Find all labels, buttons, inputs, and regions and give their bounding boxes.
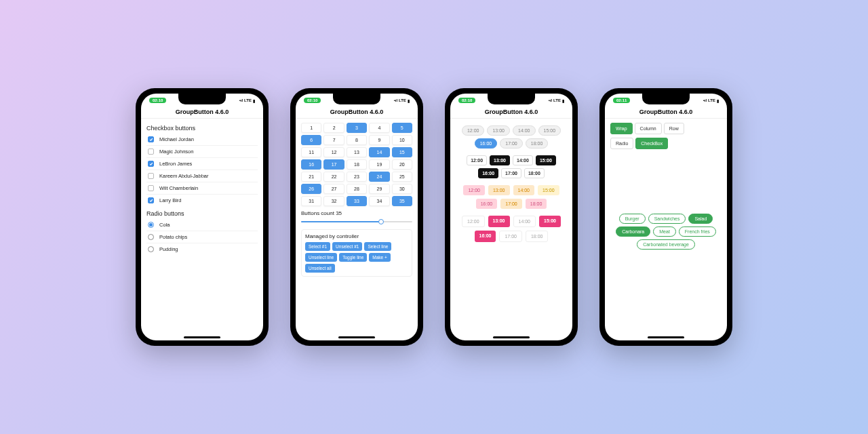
- food-pill[interactable]: Carbonara: [616, 226, 650, 237]
- time-tag[interactable]: 17:00: [500, 199, 522, 209]
- time-button[interactable]: 12:00: [467, 155, 487, 165]
- number-button[interactable]: 15: [392, 147, 412, 157]
- time-tag[interactable]: 17:00: [499, 231, 522, 242]
- time-tag[interactable]: 12:00: [463, 185, 485, 195]
- time-tag[interactable]: 14:00: [513, 185, 535, 195]
- home-indicator[interactable]: [493, 336, 530, 338]
- home-indicator[interactable]: [184, 336, 220, 338]
- controller-button[interactable]: Select #1: [305, 242, 330, 251]
- number-button[interactable]: 24: [369, 172, 389, 182]
- checkbox-icon[interactable]: [148, 149, 154, 155]
- number-button[interactable]: 19: [369, 159, 389, 170]
- number-button[interactable]: 18: [347, 159, 367, 170]
- home-indicator[interactable]: [648, 336, 684, 338]
- number-button[interactable]: 1: [301, 123, 321, 133]
- checkbox-icon[interactable]: [148, 185, 154, 191]
- number-button[interactable]: 29: [369, 184, 389, 194]
- time-tag[interactable]: 18:00: [526, 199, 547, 209]
- number-button[interactable]: 22: [323, 172, 344, 182]
- time-tag[interactable]: 15:00: [539, 216, 561, 227]
- number-button[interactable]: 32: [323, 196, 344, 206]
- controller-button[interactable]: Select line: [364, 242, 391, 251]
- number-button[interactable]: 17: [323, 159, 344, 170]
- segment-button[interactable]: Radio: [610, 138, 633, 149]
- time-chip[interactable]: 16:00: [475, 138, 498, 149]
- radio-row[interactable]: Cola: [146, 219, 258, 231]
- number-button[interactable]: 33: [347, 196, 367, 206]
- time-tag[interactable]: 14:00: [513, 216, 536, 227]
- checkbox-row[interactable]: Larry Bird: [146, 195, 258, 206]
- number-button[interactable]: 20: [392, 159, 412, 170]
- checkbox-icon[interactable]: [148, 173, 154, 179]
- number-button[interactable]: 13: [347, 147, 367, 157]
- time-tag[interactable]: 16:00: [475, 231, 496, 242]
- time-chip[interactable]: 14:00: [513, 125, 536, 136]
- number-button[interactable]: 21: [301, 172, 321, 182]
- number-button[interactable]: 27: [323, 184, 344, 194]
- time-tag[interactable]: 18:00: [526, 231, 549, 242]
- food-pill[interactable]: French fries: [679, 226, 716, 237]
- number-button[interactable]: 9: [369, 135, 389, 145]
- radio-row[interactable]: Potato chips: [146, 231, 258, 243]
- food-pill[interactable]: Sandwiches: [648, 214, 686, 224]
- food-pill[interactable]: Meat: [653, 226, 676, 237]
- number-button[interactable]: 16: [301, 159, 321, 170]
- time-button[interactable]: 14:00: [513, 155, 533, 165]
- checkbox-row[interactable]: Magic Johnson: [146, 146, 258, 158]
- number-button[interactable]: 4: [369, 123, 389, 133]
- number-button[interactable]: 10: [392, 135, 412, 145]
- number-button[interactable]: 3: [347, 123, 367, 133]
- segment-button[interactable]: Column: [635, 123, 662, 134]
- segment-button[interactable]: CheckBox: [635, 138, 668, 149]
- time-chip[interactable]: 13:00: [487, 125, 510, 136]
- controller-button[interactable]: Make +: [369, 253, 391, 262]
- time-button[interactable]: 18:00: [524, 168, 545, 178]
- time-tag[interactable]: 13:00: [488, 185, 510, 195]
- radio-row[interactable]: Pudding: [146, 243, 258, 255]
- controller-button[interactable]: Toggle line: [339, 253, 367, 262]
- number-button[interactable]: 23: [347, 172, 367, 182]
- time-button[interactable]: 15:00: [536, 155, 556, 165]
- time-chip[interactable]: 17:00: [500, 138, 523, 149]
- controller-button[interactable]: Unselect all: [305, 264, 335, 273]
- number-button[interactable]: 25: [392, 172, 412, 182]
- number-button[interactable]: 5: [392, 123, 412, 133]
- number-button[interactable]: 14: [369, 147, 389, 157]
- food-pill[interactable]: Carbonated beverage: [637, 239, 695, 250]
- segment-button[interactable]: Row: [664, 123, 684, 134]
- time-tag[interactable]: 16:00: [476, 199, 498, 209]
- time-chip[interactable]: 15:00: [538, 125, 561, 136]
- radio-icon[interactable]: [148, 246, 154, 252]
- buttons-count-slider[interactable]: [301, 218, 412, 225]
- number-button[interactable]: 7: [323, 135, 344, 145]
- radio-icon[interactable]: [148, 222, 154, 228]
- food-pill[interactable]: Salad: [688, 214, 713, 224]
- time-chip[interactable]: 18:00: [526, 138, 549, 149]
- controller-button[interactable]: Unselect #1: [332, 242, 362, 251]
- number-button[interactable]: 11: [301, 147, 321, 157]
- number-button[interactable]: 2: [323, 123, 344, 133]
- number-button[interactable]: 35: [392, 196, 412, 206]
- food-pill[interactable]: Burger: [619, 214, 646, 224]
- checkbox-row[interactable]: LeBron James: [146, 158, 258, 170]
- time-button[interactable]: 17:00: [501, 168, 521, 178]
- time-chip[interactable]: 12:00: [462, 125, 485, 136]
- time-button[interactable]: 13:00: [490, 155, 510, 165]
- time-tag[interactable]: 13:00: [488, 216, 510, 227]
- controller-button[interactable]: Unselect line: [305, 253, 337, 262]
- number-button[interactable]: 12: [323, 147, 344, 157]
- radio-icon[interactable]: [148, 234, 154, 240]
- checkbox-row[interactable]: Wilt Chamberlain: [146, 182, 258, 195]
- number-button[interactable]: 30: [392, 184, 412, 194]
- checkbox-icon[interactable]: [148, 161, 154, 167]
- number-button[interactable]: 28: [347, 184, 367, 194]
- checkbox-row[interactable]: Kareem Abdul-Jabbar: [146, 170, 258, 182]
- checkbox-row[interactable]: Michael Jordan: [146, 134, 258, 146]
- time-button[interactable]: 16:00: [478, 168, 498, 178]
- time-tag[interactable]: 15:00: [538, 185, 559, 195]
- checkbox-icon[interactable]: [148, 136, 154, 142]
- number-button[interactable]: 26: [301, 184, 321, 194]
- number-button[interactable]: 31: [301, 196, 321, 206]
- checkbox-icon[interactable]: [148, 197, 154, 203]
- number-button[interactable]: 8: [347, 135, 367, 145]
